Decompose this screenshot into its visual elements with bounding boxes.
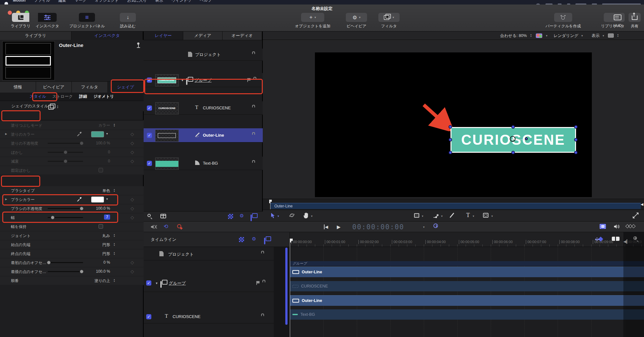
timecode-chevron[interactable]: ▾ (423, 225, 425, 229)
keyframe-diamond-icon[interactable]: ◇ (130, 206, 134, 211)
loop-icon[interactable]: ⟲ (164, 223, 168, 230)
subtab-advanced[interactable]: 詳細 (79, 94, 87, 99)
speaker-icon[interactable] (614, 224, 620, 229)
menu-object[interactable]: オブジェクト (95, 0, 119, 5)
record-icon[interactable] (177, 224, 181, 228)
width-value[interactable]: 7 (104, 214, 110, 220)
fill-color-row[interactable]: ▶ 塗りのカラー ▾ ◇ (0, 130, 144, 139)
current-timecode[interactable]: 00:00:00:00 (352, 223, 404, 231)
mini-timebar-region[interactable]: Outer-Line (270, 203, 641, 209)
shape-style-preset-icon[interactable] (48, 105, 54, 110)
layer-visibility-checkbox[interactable]: ✓ (147, 161, 152, 166)
filters-button[interactable]: ▾ フィルタ (376, 13, 402, 29)
width-row[interactable]: 幅 7 ◇ (0, 213, 144, 222)
import-button[interactable]: ↓ 読み込む (113, 13, 142, 29)
filter-icon[interactable] (160, 214, 166, 218)
tab-behaviors[interactable]: ビヘイビア (36, 82, 72, 93)
view-popup[interactable]: 表示 (592, 33, 600, 39)
fill-fixed-feather-row[interactable]: 固定ぼかし (0, 166, 144, 175)
filmstrip-icon[interactable] (612, 237, 620, 241)
joint-row[interactable]: ジョイント 丸み ▲▼ (0, 231, 144, 240)
eyedropper-icon[interactable] (77, 197, 82, 203)
diamonds-icon[interactable] (626, 224, 637, 229)
menu-window[interactable]: ウインドウ (172, 0, 191, 5)
menu-edit[interactable]: 編集 (58, 0, 66, 5)
layer-row-text-bg[interactable]: ✓ Text-BG (144, 157, 263, 170)
rotation-handle[interactable] (525, 137, 528, 140)
keyframes-toggle-icon[interactable] (595, 237, 607, 242)
layer-visibility-checkbox[interactable]: ✓ (147, 133, 152, 138)
tab-library[interactable]: ライブラリ (0, 32, 71, 40)
bezier-tool-chevron[interactable]: ▾ (441, 214, 443, 218)
make-particles-button[interactable]: パーティクルを作成 (539, 13, 587, 29)
tab-layers[interactable]: レイヤー (144, 32, 183, 40)
render-popup[interactable]: レンダリング (554, 33, 578, 39)
flag-icon[interactable] (256, 281, 260, 285)
orbit-tool-icon[interactable] (289, 213, 295, 218)
end-cap-row[interactable]: 終点の先端 円形 ▲▼ (0, 249, 144, 258)
tab-shape[interactable]: シェイプ (108, 82, 144, 93)
menu-status-icons[interactable] (532, 2, 641, 5)
layer-row-project[interactable]: プロジェクト (144, 49, 263, 61)
jump-start-icon[interactable]: ◀ (324, 224, 328, 229)
subtab-stroke[interactable]: ストローク (52, 94, 73, 99)
menu-help[interactable]: ヘルプ (200, 0, 212, 5)
fixed-feather-checkbox[interactable] (99, 168, 103, 172)
brush-tool-icon[interactable] (450, 213, 454, 218)
layer-row-outer-line[interactable]: ✓ Outer-Line (144, 128, 263, 142)
keyframe-diamond-icon[interactable]: ◇ (130, 197, 134, 202)
selection-handle[interactable] (449, 151, 452, 154)
arrow-tool-chevron[interactable]: ▾ (278, 214, 279, 218)
menu-favorites[interactable]: お気に入り (127, 0, 147, 5)
shape-style-stepper[interactable]: ▲▼ (57, 105, 59, 109)
library-toggle-button[interactable]: ライブラリ (8, 13, 33, 29)
inspector-toggle-button[interactable]: インスペクタ (33, 13, 61, 29)
rect-tool-icon[interactable] (414, 213, 419, 218)
layer-visibility-checkbox[interactable]: ✓ (147, 105, 152, 111)
channels-swatch[interactable] (536, 33, 542, 38)
channels-chevron[interactable]: ▾ (546, 34, 547, 37)
keyframe-diamond-icon[interactable]: ◇ (130, 132, 134, 137)
zoom-stepper[interactable]: ▲▼ (530, 33, 532, 37)
tab-info[interactable]: 情報 (0, 82, 36, 93)
preserve-width-row[interactable]: 幅を保持 (0, 222, 144, 231)
selection-handle[interactable] (511, 151, 515, 154)
eyedropper-icon[interactable] (77, 132, 82, 138)
order-row[interactable]: 順番 塗りの上 ▲▼ (0, 276, 144, 285)
checkerboard-icon[interactable] (228, 214, 233, 219)
layout-swatch[interactable] (608, 33, 614, 38)
timeline-row-curioscene[interactable]: ✓ T CURIOSCENE (144, 310, 274, 323)
menu-file[interactable]: ファイル (34, 0, 50, 5)
subtab-style[interactable]: スタイル (30, 94, 46, 99)
tab-media[interactable]: メディア (183, 32, 223, 40)
gear-icon[interactable]: ⚙ (252, 236, 256, 242)
rect-tool-chevron[interactable]: ▾ (422, 214, 423, 218)
track-bar-curioscene[interactable]: CURIOSCENE (290, 281, 644, 291)
film-icon[interactable] (600, 224, 606, 229)
timeline-playhead[interactable] (290, 239, 290, 337)
first-point-offset-row[interactable]: 最初の点のオフセ… 0 % ◇ (0, 258, 144, 267)
selection-handle[interactable] (574, 151, 578, 154)
text-tool-chevron[interactable]: ▾ (473, 214, 474, 218)
track-bar-text-bg[interactable]: Text-BG (290, 309, 644, 320)
gear-icon[interactable]: ⚙ (240, 213, 244, 219)
track-bar-outer-line-group[interactable]: Outer-Line (290, 267, 644, 277)
disclosure-triangle[interactable]: ▼ (181, 79, 184, 82)
behaviors-button[interactable]: ⚙▾ ビヘイビア (342, 13, 371, 29)
fill-feather-row[interactable]: ぼかし 0 ◇ (0, 148, 144, 157)
timeline-row-project[interactable]: プロジェクト (144, 248, 274, 260)
hand-tool-chevron[interactable]: ▾ (311, 214, 313, 218)
brush-type-row[interactable]: ブラシタイプ 単色 ▲▼ (0, 186, 144, 195)
layers-icon[interactable] (264, 238, 265, 244)
play-icon[interactable]: ▶ (337, 224, 341, 230)
menu-mark[interactable]: マーク (75, 0, 87, 5)
zoom-level-popup[interactable]: 合わせる: 80% (500, 33, 527, 39)
last-point-offset-row[interactable]: 最後の点のオフセ… 100.0 % ◇ (0, 267, 144, 276)
menu-view[interactable]: 表示 (155, 0, 163, 5)
layer-row-group[interactable]: ✓ CURIOSCENE ▼ グループ (144, 73, 263, 87)
track-bar-outer-line[interactable]: Outer-Line (290, 295, 644, 306)
layout-stepper[interactable]: ▲▼ (617, 33, 619, 37)
layer-visibility-checkbox[interactable]: ✓ (146, 280, 151, 286)
selection-handle[interactable] (449, 125, 452, 129)
canvas-viewport[interactable]: CURIOSCENE + (315, 52, 592, 197)
